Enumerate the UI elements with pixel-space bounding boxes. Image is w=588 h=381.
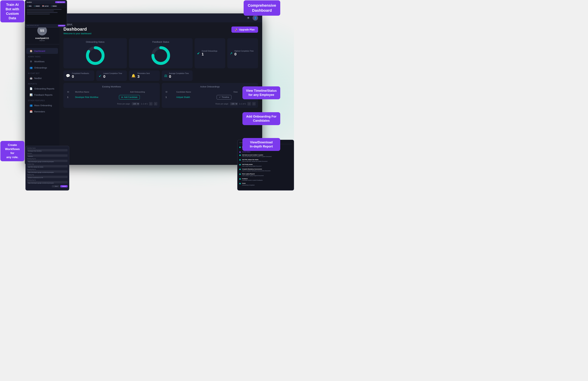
nexbot-add-btn[interactable]: + Add New Bot bbox=[55, 1, 65, 3]
back-btn[interactable]: ← Back bbox=[52, 185, 60, 187]
existing-workflows-card: Existing Workflows ID Workflow Name Add … bbox=[63, 83, 160, 108]
upgrade-btn-label: Upgrade Plan bbox=[239, 28, 255, 31]
main-content: Dashboard Welcome to your dashboard 🚀 Up… bbox=[59, 22, 262, 165]
onboardings-table-title: Active Onboardings bbox=[164, 85, 256, 88]
submit-btn[interactable]: Submit bbox=[60, 185, 67, 187]
form-group-link3: Meeting Day Go https://developers.google… bbox=[27, 179, 67, 183]
overall-onboardings-value: 1 bbox=[202, 52, 223, 56]
wf-row-name[interactable]: Developer Role Workflow bbox=[74, 94, 118, 101]
add-candidate-button[interactable]: ⊕ Add Candidate bbox=[119, 95, 140, 99]
onboardings-table-head: ID Candidate Name View bbox=[164, 90, 256, 94]
avg-completion-value: 0 bbox=[169, 74, 190, 79]
sidebar-item-mass-onboarding[interactable]: 👥 Mass Onboarding bbox=[26, 102, 58, 108]
topbar-right: ☀ 👤 bbox=[247, 15, 258, 21]
sidebar-item-nexbot[interactable]: 🤖 NexBot bbox=[26, 75, 58, 81]
onboardings-table: ID Candidate Name View 1 Ashpak Shaikh bbox=[164, 90, 256, 101]
nexbot-footer-text: Keep Training AI with data bbox=[27, 25, 39, 26]
reminders-icon: 📅 bbox=[29, 110, 33, 113]
wf-col-name: Workflow Name bbox=[74, 90, 118, 94]
section-reports: Reports bbox=[25, 81, 59, 86]
nexbot-icon: 🤖 bbox=[29, 77, 33, 80]
reminders-sent-value: 3 bbox=[137, 74, 157, 79]
pagination-info: 1–1 of 1 bbox=[141, 103, 148, 105]
add-candidate-label: Add Candidate bbox=[124, 96, 137, 98]
section-ai-chatbot: AI Chat Bot bbox=[25, 71, 59, 75]
sidebar: SS ssashpak111 Admin 🏠 Dashboard Admin T… bbox=[25, 22, 59, 165]
sidebar-item-onboardings[interactable]: 👥 Onboardings bbox=[26, 65, 58, 70]
avg-completion-label: Average Completion Time bbox=[169, 72, 190, 74]
upgrade-plan-button[interactable]: 🚀 Upgrade Plan bbox=[231, 26, 258, 33]
nexbot-stat-4: S 500000 bbox=[50, 5, 57, 7]
plus-icon: ⊕ bbox=[121, 96, 123, 98]
annotation-comprehensive-dashboard: Comprehensive Dashboard bbox=[244, 0, 280, 16]
table-row: 1 Ashpak Shaikh ↗ Timeline bbox=[164, 94, 256, 101]
metric-overall-onboardings: ✔ Overall Onboardings 1 bbox=[195, 38, 225, 68]
sidebar-item-reminders[interactable]: 📅 Reminders bbox=[26, 109, 58, 114]
annotation-create-workflows: Create Workflows for any role. bbox=[0, 141, 24, 161]
checkmark-icon: ✔ bbox=[197, 51, 200, 55]
workflows-footer: Rows per page: 100 1–1 of 1 ‹ › bbox=[66, 102, 157, 106]
feedback-donut-chart bbox=[150, 45, 171, 66]
onboardings-header-row: ID Candidate Name View bbox=[164, 90, 256, 94]
timeline-btn-label: Timeline bbox=[221, 96, 229, 98]
section-admin-tasks: Admin Tasks bbox=[25, 54, 59, 58]
stat-val-1: 5391 bbox=[29, 5, 32, 7]
profile-form-thumbnail: Workflow Name Developer Role Workflow In… bbox=[25, 146, 69, 190]
onboardings-table-body: 1 Ashpak Shaikh ↗ Timeline bbox=[164, 94, 256, 101]
table-row: 1 Developer Role Workflow ⊕ Add Candidat… bbox=[66, 94, 157, 101]
onboardings-prev-btn[interactable]: ‹ bbox=[247, 102, 251, 106]
sidebar-item-onboarding-reports[interactable]: 📄 Onboarding Reports bbox=[26, 86, 58, 91]
ao-row-id: 1 bbox=[164, 94, 175, 101]
workflows-table-head: ID Workflow Name Add Onboarding bbox=[66, 90, 157, 94]
completed-feedbacks-label: Completed Feedbacks bbox=[72, 72, 92, 74]
ao-col-id: ID bbox=[164, 90, 175, 94]
timeline-family: Add Family detailsLink to Add Family det… bbox=[239, 164, 292, 167]
ao-row-name[interactable]: Ashpak Shaikh bbox=[175, 94, 215, 101]
wf-row-id: 1 bbox=[66, 94, 74, 101]
topbar-avatar[interactable]: 👤 bbox=[252, 15, 258, 21]
onboardings-icon: 👥 bbox=[29, 66, 33, 69]
sidebar-label-onboardings: Onboardings bbox=[34, 67, 47, 69]
sidebar-item-dashboard[interactable]: 🏠 Dashboard bbox=[26, 48, 58, 54]
rows-per-page-select[interactable]: 100 bbox=[132, 102, 139, 105]
chat-line-1 bbox=[27, 9, 62, 10]
timeline-icon: ↗ bbox=[219, 96, 221, 98]
mass-onboarding-icon: 👥 bbox=[29, 104, 33, 107]
stat-icon-2: S bbox=[34, 5, 35, 7]
trending-down-icon: ↙ bbox=[99, 74, 102, 78]
dashboard-title: Dashboard bbox=[63, 26, 91, 32]
sidebar-label-feedback-reports: Feedback Reports bbox=[34, 94, 52, 96]
workflows-table-body: 1 Developer Role Workflow ⊕ Add Candidat… bbox=[66, 94, 157, 101]
nexbot-stat-1: S 5391 bbox=[27, 5, 32, 7]
timeline-button[interactable]: ↗ Timeline bbox=[217, 95, 231, 99]
form-group-bank: Addition Day Add PAN, Adhaar like detail… bbox=[27, 163, 67, 167]
dashboard-subtitle: Welcome to your dashboard bbox=[63, 32, 91, 35]
sidebar-item-feedback-reports[interactable]: 📊 Feedback Reports bbox=[26, 92, 58, 98]
annotation-view-timeline: View Timeline/Status for any Employee bbox=[242, 86, 280, 99]
wf-col-id: ID bbox=[66, 90, 74, 94]
sidebar-label-reminders: Reminders bbox=[34, 110, 45, 113]
annotation-add-onboarding: Add Onboarding For Candidates bbox=[242, 112, 280, 125]
prev-page-btn[interactable]: ‹ bbox=[149, 102, 152, 106]
stat-val-3: 1st Oct bbox=[44, 5, 48, 7]
highest-completion-label: Highest Completion Time bbox=[234, 50, 256, 52]
chat-line-2 bbox=[27, 10, 54, 11]
sun-icon[interactable]: ☀ bbox=[247, 16, 250, 20]
onboardings-rows-per-page-select[interactable]: 100 bbox=[230, 102, 238, 105]
onboardings-next-btn[interactable]: › bbox=[252, 102, 256, 106]
row1-metrics: Onboarding Status Feedback Status bbox=[63, 38, 258, 81]
completed-feedbacks-value: 0 bbox=[72, 74, 92, 79]
nexbot-train-btn[interactable]: Train Bot AI bbox=[58, 25, 65, 26]
metric-completed-feedbacks: 💬 Completed Feedbacks 0 bbox=[63, 70, 94, 81]
next-page-btn[interactable]: › bbox=[154, 102, 157, 106]
home-icon: 🏠 bbox=[29, 49, 33, 52]
stat-icon-1: S bbox=[27, 5, 28, 7]
sidebar-item-workflows[interactable]: ⚙ Workflows bbox=[26, 59, 58, 64]
metric-avg-completion: ⚖ Average Completion Time 0 bbox=[162, 70, 192, 81]
chat-line-3 bbox=[27, 12, 58, 13]
bell-icon: 🔔 bbox=[131, 74, 136, 78]
stat-icon-4: S bbox=[51, 5, 52, 7]
sidebar-role: Admin bbox=[39, 39, 45, 42]
nexbot-thumbnail: NexBot + Add New Bot S 5391 S 494609 📅 bbox=[25, 0, 67, 27]
timeline-laptop: Raise Laptop RequestLink to Raise Laptop… bbox=[239, 173, 292, 177]
